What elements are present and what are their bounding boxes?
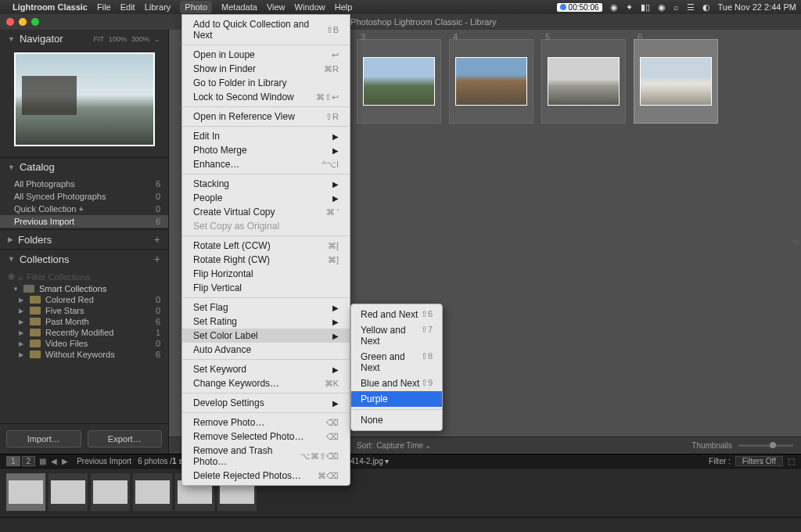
catalog-row-previous-import[interactable]: Previous Import6 bbox=[0, 215, 168, 228]
minimize-window-button[interactable] bbox=[19, 18, 27, 26]
search-icon[interactable]: ⌕ bbox=[673, 2, 679, 12]
submenu-item[interactable]: Purple bbox=[351, 391, 442, 407]
close-window-button[interactable] bbox=[6, 18, 14, 26]
collections-header[interactable]: ▼ Collections + bbox=[0, 250, 168, 268]
menu-item[interactable]: Photo Merge▶ bbox=[182, 143, 350, 157]
collection-without-keywords[interactable]: ▶Without Keywords6 bbox=[0, 349, 168, 360]
menu-item[interactable]: Stacking▶ bbox=[182, 177, 350, 191]
menu-item[interactable]: Enhance…^⌥I bbox=[182, 157, 350, 171]
menu-help[interactable]: Help bbox=[335, 2, 353, 12]
catalog-header[interactable]: ▼ Catalog bbox=[0, 158, 168, 176]
collections-filter[interactable]: ⊕ ⌕ Filter Collections bbox=[0, 270, 168, 283]
menu-item[interactable]: Edit In▶ bbox=[182, 129, 350, 143]
menu-item[interactable]: Auto Advance bbox=[182, 343, 350, 357]
menu-item[interactable]: Develop Settings▶ bbox=[182, 396, 350, 410]
timer-widget[interactable]: 00:50:06 bbox=[557, 3, 602, 12]
thumbnail-size-slider[interactable] bbox=[738, 444, 793, 447]
menu-item[interactable]: Lock to Second Window⌘⇧↩ bbox=[182, 90, 350, 104]
menu-item[interactable]: Rotate Left (CCW)⌘[ bbox=[182, 239, 350, 253]
filmstrip-thumb[interactable] bbox=[48, 473, 88, 511]
zoom-window-button[interactable] bbox=[31, 18, 39, 26]
add-folder-icon[interactable]: + bbox=[154, 233, 160, 246]
thumbnail-5[interactable]: 5 bbox=[541, 39, 626, 124]
right-panel-toggle[interactable]: ◀ bbox=[791, 235, 799, 247]
menu-item[interactable]: Set Keyword▶ bbox=[182, 362, 350, 376]
siri-icon[interactable]: ◐ bbox=[702, 2, 710, 13]
control-center-icon[interactable]: ☰ bbox=[687, 2, 695, 13]
menu-item[interactable]: Set Flag▶ bbox=[182, 300, 350, 315]
cc-icon[interactable]: ◉ bbox=[610, 2, 618, 13]
menu-item[interactable]: Show in Finder⌘R bbox=[182, 62, 350, 76]
filter-lock-icon[interactable]: ⬚ bbox=[788, 457, 795, 466]
menu-item[interactable]: People▶ bbox=[182, 191, 350, 205]
zoom-300[interactable]: 300% bbox=[131, 35, 149, 43]
menu-edit[interactable]: Edit bbox=[120, 2, 135, 12]
collection-past-month[interactable]: ▶Past Month6 bbox=[0, 316, 168, 327]
screen-2[interactable]: 2 bbox=[22, 456, 36, 466]
menu-item[interactable]: Rotate Right (CW)⌘] bbox=[182, 253, 350, 267]
menu-file[interactable]: File bbox=[97, 2, 111, 12]
breadcrumb[interactable]: Previous Import bbox=[77, 457, 131, 466]
collection-video-files[interactable]: ▶Video Files0 bbox=[0, 338, 168, 349]
thumbnail-3[interactable]: 3 bbox=[357, 39, 441, 124]
menu-item[interactable]: Delete Rejected Photos…⌘⌫ bbox=[182, 469, 350, 483]
zoom-100[interactable]: 100% bbox=[109, 35, 127, 43]
catalog-row-synced[interactable]: All Synced Photographs0 bbox=[0, 190, 168, 203]
add-icon[interactable]: ⊕ bbox=[8, 271, 15, 282]
menu-item[interactable]: Remove Photo…⌫ bbox=[182, 415, 350, 430]
menu-item[interactable]: Flip Horizontal bbox=[182, 267, 350, 281]
menu-photo[interactable]: Photo bbox=[180, 1, 212, 13]
add-collection-icon[interactable]: + bbox=[154, 253, 160, 265]
menu-item[interactable]: Change Keywords…⌘K bbox=[182, 376, 350, 390]
menu-item[interactable]: Set Color Label▶ bbox=[182, 329, 350, 343]
status-icon[interactable]: ✦ bbox=[626, 2, 633, 13]
menu-item[interactable]: Add to Quick Collection and Next⇧B bbox=[182, 17, 350, 42]
collection-five-stars[interactable]: ▶Five Stars0 bbox=[0, 305, 168, 316]
menu-library[interactable]: Library bbox=[145, 2, 171, 12]
smart-collections-header[interactable]: ▼ Smart Collections bbox=[0, 283, 168, 294]
navigator-preview[interactable] bbox=[0, 48, 168, 157]
filmstrip-thumb[interactable] bbox=[91, 473, 130, 511]
menu-item[interactable]: Set Rating▶ bbox=[182, 315, 350, 329]
navigator-header[interactable]: ▼ Navigator FIT 100% 300% ⌄ bbox=[0, 30, 168, 48]
chevron-right-icon[interactable]: ▶ bbox=[62, 457, 68, 466]
submenu-item[interactable]: None bbox=[351, 412, 442, 428]
menu-metadata[interactable]: Metadata bbox=[221, 2, 257, 12]
menu-item[interactable]: Go to Folder in Library bbox=[182, 76, 350, 90]
chevron-down-icon[interactable]: ⌄ bbox=[425, 441, 431, 450]
menu-item[interactable]: Remove Selected Photo…⌫ bbox=[182, 430, 350, 444]
submenu-item[interactable]: Green and Next⇧8 bbox=[351, 349, 442, 376]
collection-colored-red[interactable]: ▶Colored Red0 bbox=[0, 294, 168, 305]
collection-recently-modified[interactable]: ▶Recently Modified1 bbox=[0, 327, 168, 338]
sort-value[interactable]: Capture Time bbox=[376, 441, 423, 450]
zoom-fit[interactable]: FIT bbox=[93, 35, 104, 43]
folders-header[interactable]: ▶ Folders + bbox=[0, 230, 168, 249]
menu-item[interactable]: Open in Loupe↩ bbox=[182, 48, 350, 62]
menu-window[interactable]: Window bbox=[295, 2, 325, 12]
filter-select[interactable]: Filters Off bbox=[735, 456, 783, 466]
thumbnail-6[interactable]: 6 bbox=[634, 39, 718, 124]
app-name[interactable]: Lightroom Classic bbox=[13, 2, 88, 12]
battery-icon[interactable]: ▮▯ bbox=[641, 2, 650, 13]
filmstrip[interactable] bbox=[0, 468, 801, 518]
submenu-item[interactable]: Blue and Next⇧9 bbox=[351, 376, 442, 391]
screen-1[interactable]: 1 bbox=[6, 456, 20, 466]
catalog-row-quick[interactable]: Quick Collection +0 bbox=[0, 203, 168, 215]
menu-item[interactable]: Flip Vertical bbox=[182, 281, 350, 295]
wifi-icon[interactable]: ◉ bbox=[658, 2, 666, 13]
submenu-item[interactable]: Yellow and Next⇧7 bbox=[351, 322, 442, 349]
menu-item[interactable]: Open in Reference View⇧R bbox=[182, 110, 350, 124]
export-button[interactable]: Export… bbox=[88, 430, 163, 448]
menu-item[interactable]: Remove and Trash Photo…⌥⌘⇧⌫ bbox=[182, 444, 350, 469]
thumbnail-4[interactable]: 4 bbox=[449, 39, 533, 124]
zoom-dropdown-icon[interactable]: ⌄ bbox=[154, 35, 160, 43]
grid-view-icon[interactable]: ▦ bbox=[39, 457, 46, 466]
menu-item[interactable]: Create Virtual Copy⌘ ' bbox=[182, 205, 350, 219]
chevron-left-icon[interactable]: ◀ bbox=[51, 457, 57, 466]
catalog-row-all[interactable]: All Photographs6 bbox=[0, 178, 168, 190]
menu-view[interactable]: View bbox=[267, 2, 286, 12]
filmstrip-thumb[interactable] bbox=[6, 473, 45, 511]
submenu-item[interactable]: Red and Next⇧6 bbox=[351, 307, 442, 322]
menubar-clock[interactable]: Tue Nov 22 2:44 PM bbox=[718, 2, 796, 12]
filmstrip-thumb[interactable] bbox=[133, 473, 172, 511]
